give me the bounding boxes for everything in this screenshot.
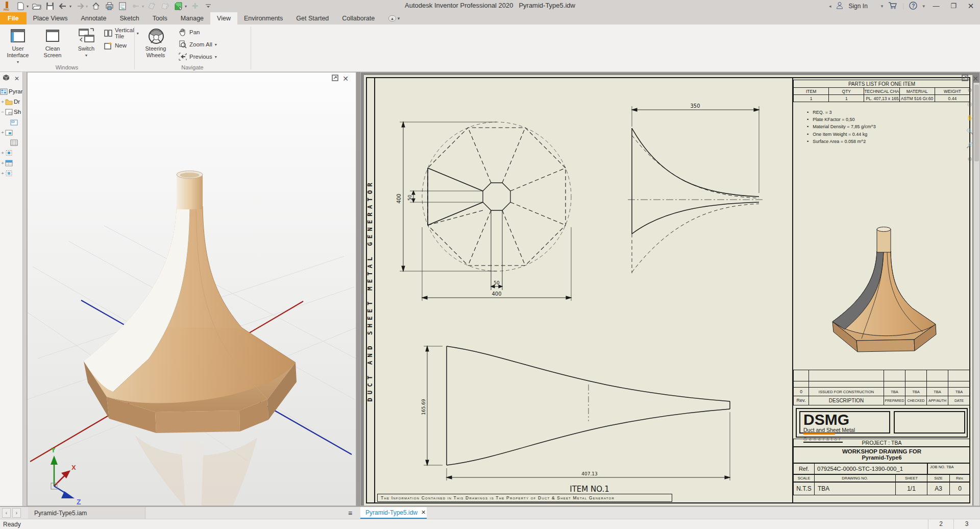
tab-close-icon[interactable]: ✕	[421, 509, 426, 516]
zoom-all-nav-icon[interactable]: ⊖	[967, 156, 972, 162]
ribbon-group-navigate: Steering Wheels Pan Zoom All▾ Previous▾ …	[135, 25, 250, 71]
cart-icon[interactable]	[888, 2, 897, 11]
sign-in-button[interactable]: Sign In	[848, 3, 867, 10]
signin-left-caret[interactable]: ◂	[829, 4, 831, 9]
projected-view-icon	[5, 129, 13, 136]
iso-view	[813, 213, 956, 361]
previous-view-button[interactable]: Previous▾	[179, 51, 217, 62]
tab-pyramid-iam[interactable]: Pyramid-Type5.iam	[28, 507, 145, 519]
browser-item-view2[interactable]: ＋	[0, 127, 22, 137]
drawing-sheet[interactable]: DUCT AND SHEET METAL GENERATOR	[364, 75, 972, 506]
zoom-window-icon[interactable]: 🔎	[966, 142, 973, 149]
ref-label: Ref.	[793, 463, 815, 474]
new-window-button[interactable]: New	[104, 40, 127, 51]
restore-button[interactable]: ❐	[947, 1, 960, 12]
tab-environments[interactable]: Environments	[237, 12, 289, 25]
tab-file[interactable]: File	[0, 12, 27, 25]
pan-icon[interactable]: ✋	[966, 114, 973, 121]
scrollbar-thumb[interactable]	[974, 85, 979, 161]
user-interface-button[interactable]: User Interface ▾	[2, 26, 34, 64]
navigate-group-label[interactable]: Navigate	[135, 64, 250, 70]
expand-plus-icon[interactable]: ＋	[0, 150, 5, 156]
collapse-minus-icon[interactable]: −	[0, 109, 5, 114]
steering-wheel-2d-icon[interactable]: ◎	[967, 101, 972, 107]
zoom-icon[interactable]: 🔍	[966, 128, 973, 135]
drawing-vertical-scrollbar[interactable]	[973, 83, 979, 506]
help-icon[interactable]: ?	[909, 2, 917, 11]
expand-plus-icon[interactable]: ＋	[0, 160, 5, 166]
drawing-title-line2: Pyramid-Type6	[794, 454, 970, 461]
expand-plus-icon[interactable]: ＋	[0, 129, 5, 136]
tab-sketch[interactable]: Sketch	[113, 12, 145, 25]
browser-item-sheet[interactable]: − Sh	[0, 107, 22, 117]
parts-list-title: PARTS LIST FOR ONE ITEM	[794, 80, 970, 88]
tab-collaborate[interactable]: Collaborate	[335, 12, 381, 25]
model-viewport[interactable]: Y X Z	[28, 73, 356, 506]
rev-label: Rev.	[950, 474, 970, 482]
note-item: •One Item Weight = 0.44 kg	[807, 132, 876, 137]
drawing-title-block: WORKSHOP DRAWING FOR Pyramid-Type6	[793, 447, 970, 463]
parts-list: PARTS LIST FOR ONE ITEM ITEM QTY TECHNIC…	[793, 80, 970, 102]
tab-manage[interactable]: Manage	[174, 12, 210, 25]
browser-splitter[interactable]	[22, 72, 27, 506]
tab-list-icon[interactable]: ≡	[348, 509, 356, 517]
close-button[interactable]: ✕	[965, 1, 977, 12]
previous-view-icon	[179, 53, 187, 61]
pan-button[interactable]: Pan	[179, 27, 200, 38]
browser-model-icon[interactable]	[2, 74, 10, 83]
tab-get-started[interactable]: Get Started	[289, 12, 335, 25]
zoom-all-button[interactable]: Zoom All▾	[179, 39, 217, 50]
drawing-window: ✕ DUCT AND SHEET METAL GENERATOR	[360, 72, 980, 506]
expand-plus-icon[interactable]: ＋	[0, 170, 5, 177]
tab-scroll-left-button[interactable]: ‹	[2, 508, 11, 518]
tab-view[interactable]: View	[210, 12, 237, 25]
model-window-restore-icon[interactable]	[332, 75, 338, 83]
browser-item-partslist[interactable]: ＋	[0, 148, 22, 158]
browser-item-table[interactable]	[0, 137, 22, 148]
tab-scroll-right-button[interactable]: ›	[12, 508, 21, 518]
drawing-window-close-icon[interactable]: ✕	[972, 75, 978, 83]
tab-place-views[interactable]: Place Views	[27, 12, 75, 25]
new-window-icon	[104, 41, 112, 50]
sheet-label: SHEET	[896, 474, 927, 482]
navbar-close-icon[interactable]: ⊗	[967, 87, 972, 93]
browser-item-note[interactable]: ＋	[0, 168, 22, 178]
steering-wheels-button[interactable]: Steering Wheels	[139, 26, 173, 64]
signin-caret[interactable]: ▾	[881, 4, 884, 9]
switch-button[interactable]: Switch ▾	[70, 26, 102, 64]
expand-plus-icon[interactable]: ＋	[0, 99, 5, 105]
tab-tools[interactable]: Tools	[146, 12, 174, 25]
browser-item-root[interactable]: Pyran	[0, 86, 22, 97]
drawing-title-line1: WORKSHOP DRAWING FOR	[794, 448, 970, 454]
minimize-button[interactable]: —	[930, 1, 942, 12]
inventor-app: PRO ▾ ▾ ▾ ▾ ▾ ✚ Autodesk Inventor Profes…	[0, 0, 980, 529]
dim-flat-width: 407.13	[581, 471, 598, 476]
model-window-close-icon[interactable]: ✕	[342, 75, 349, 83]
help-caret[interactable]: ▾	[922, 4, 925, 9]
windows-group-label[interactable]: Windows	[0, 64, 134, 70]
ribbon-collapse-caret[interactable]: ▾	[398, 16, 400, 21]
status-cell-1: 2	[928, 519, 953, 529]
tab-pyramid-idw[interactable]: Pyramid-Type5.idw ✕	[360, 507, 427, 519]
ribbon-group-windows: User Interface ▾ Clean Screen Switch ▾ V…	[0, 25, 134, 71]
browser-item-view1[interactable]	[0, 117, 22, 127]
clean-screen-button[interactable]: Clean Screen	[37, 26, 68, 64]
rev-value: 0	[950, 482, 970, 495]
drawing-window-restore-icon[interactable]	[962, 75, 968, 83]
tab-annotate[interactable]: Annotate	[74, 12, 113, 25]
browser-close-icon[interactable]: ✕	[14, 75, 19, 82]
navigation-bar[interactable]: ⊗ ◎ ✋ 🔍 🔎 ⊖	[966, 87, 973, 194]
scale-value: N.T.S	[793, 482, 815, 495]
browser-item-bom[interactable]: ＋	[0, 158, 22, 168]
note-item: •Surface Area = 0.058 m^2	[807, 139, 876, 144]
dim-plan-width: 400	[492, 291, 501, 297]
logo-block-empty	[894, 411, 965, 434]
user-icon	[836, 2, 843, 11]
vertical-tile-button[interactable]: Vertical Tile▾	[104, 28, 139, 39]
dim-plan-neck-width: 50	[494, 280, 500, 285]
project-row: PROJECT : TBA	[793, 439, 970, 447]
size-value: A3	[927, 482, 950, 495]
browser-item-drawing-resources[interactable]: ＋ Dr	[0, 97, 22, 107]
ribbon-collapse-icon[interactable]: ▴	[388, 15, 396, 21]
status-bar: Ready 2 3	[0, 519, 980, 529]
